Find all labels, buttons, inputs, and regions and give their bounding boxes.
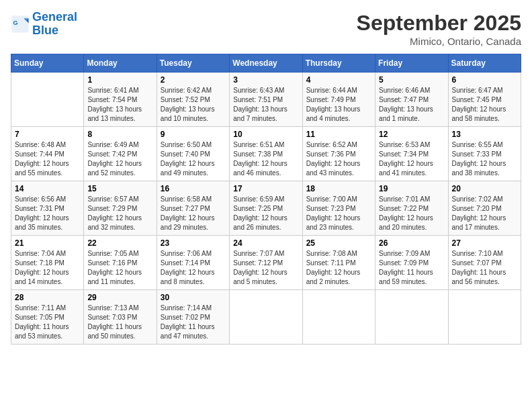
weekday-header-saturday: Saturday [448, 54, 521, 73]
calendar-cell: 25Sunrise: 7:08 AM Sunset: 7:11 PM Dayli… [302, 236, 375, 290]
calendar-cell: 9Sunrise: 6:50 AM Sunset: 7:40 PM Daylig… [157, 127, 229, 181]
day-info: Sunrise: 7:04 AM Sunset: 7:18 PM Dayligh… [15, 249, 80, 287]
month-title: September 2025 [357, 11, 521, 36]
day-info: Sunrise: 7:06 AM Sunset: 7:14 PM Dayligh… [161, 249, 226, 287]
day-number: 15 [87, 184, 152, 193]
calendar-cell: 7Sunrise: 6:48 AM Sunset: 7:44 PM Daylig… [11, 127, 84, 181]
day-info: Sunrise: 7:01 AM Sunset: 7:22 PM Dayligh… [379, 195, 444, 232]
day-info: Sunrise: 6:47 AM Sunset: 7:45 PM Dayligh… [452, 86, 517, 124]
calendar-cell: 18Sunrise: 7:00 AM Sunset: 7:23 PM Dayli… [302, 181, 375, 236]
calendar-cell: 16Sunrise: 6:58 AM Sunset: 7:27 PM Dayli… [157, 181, 229, 236]
calendar-cell: 10Sunrise: 6:51 AM Sunset: 7:38 PM Dayli… [230, 127, 302, 181]
day-number: 8 [87, 130, 152, 139]
calendar-cell [375, 290, 448, 345]
calendar-cell: 2Sunrise: 6:42 AM Sunset: 7:52 PM Daylig… [157, 73, 229, 127]
calendar-cell: 3Sunrise: 6:43 AM Sunset: 7:51 PM Daylig… [230, 73, 302, 127]
day-number: 27 [452, 238, 517, 248]
day-info: Sunrise: 7:13 AM Sunset: 7:03 PM Dayligh… [87, 304, 152, 341]
day-info: Sunrise: 6:41 AM Sunset: 7:54 PM Dayligh… [87, 86, 152, 124]
calendar-cell: 6Sunrise: 6:47 AM Sunset: 7:45 PM Daylig… [448, 73, 521, 127]
day-number: 11 [306, 130, 371, 139]
day-number: 19 [379, 184, 444, 193]
calendar-cell: 23Sunrise: 7:06 AM Sunset: 7:14 PM Dayli… [157, 236, 229, 290]
day-info: Sunrise: 6:57 AM Sunset: 7:29 PM Dayligh… [87, 195, 152, 232]
day-info: Sunrise: 7:14 AM Sunset: 7:02 PM Dayligh… [161, 304, 226, 341]
calendar-week-1: 1Sunrise: 6:41 AM Sunset: 7:54 PM Daylig… [11, 73, 521, 127]
calendar-cell: 22Sunrise: 7:05 AM Sunset: 7:16 PM Dayli… [84, 236, 157, 290]
page-header: G General Blue September 2025 Mimico, On… [11, 11, 521, 47]
calendar-cell: 19Sunrise: 7:01 AM Sunset: 7:22 PM Dayli… [375, 181, 448, 236]
day-number: 29 [87, 293, 152, 302]
day-info: Sunrise: 6:59 AM Sunset: 7:25 PM Dayligh… [233, 195, 298, 232]
day-info: Sunrise: 7:09 AM Sunset: 7:09 PM Dayligh… [379, 249, 444, 287]
day-info: Sunrise: 6:46 AM Sunset: 7:47 PM Dayligh… [379, 86, 444, 124]
calendar-cell: 4Sunrise: 6:44 AM Sunset: 7:49 PM Daylig… [302, 73, 375, 127]
day-number: 21 [15, 238, 80, 248]
day-info: Sunrise: 6:52 AM Sunset: 7:36 PM Dayligh… [306, 140, 371, 178]
day-info: Sunrise: 6:42 AM Sunset: 7:52 PM Dayligh… [161, 86, 226, 124]
logo-line2: Blue [32, 24, 58, 37]
logo-icon: G [11, 15, 30, 34]
logo-line1: General [32, 10, 77, 24]
day-number: 20 [452, 184, 517, 193]
day-info: Sunrise: 7:05 AM Sunset: 7:16 PM Dayligh… [87, 249, 152, 287]
calendar-cell [11, 73, 84, 127]
day-number: 18 [306, 184, 371, 193]
day-info: Sunrise: 6:44 AM Sunset: 7:49 PM Dayligh… [306, 86, 371, 124]
calendar-cell: 17Sunrise: 6:59 AM Sunset: 7:25 PM Dayli… [230, 181, 302, 236]
day-number: 26 [379, 238, 444, 248]
calendar-cell: 28Sunrise: 7:11 AM Sunset: 7:05 PM Dayli… [11, 290, 84, 345]
logo-text: General Blue [32, 11, 77, 38]
weekday-header-row: SundayMondayTuesdayWednesdayThursdayFrid… [11, 54, 521, 73]
day-number: 12 [379, 130, 444, 139]
calendar-cell: 24Sunrise: 7:07 AM Sunset: 7:12 PM Dayli… [230, 236, 302, 290]
calendar-cell [448, 290, 521, 345]
weekday-header-thursday: Thursday [302, 54, 375, 73]
weekday-header-sunday: Sunday [11, 54, 84, 73]
day-number: 14 [15, 184, 80, 193]
calendar-cell: 1Sunrise: 6:41 AM Sunset: 7:54 PM Daylig… [84, 73, 157, 127]
weekday-header-tuesday: Tuesday [157, 54, 229, 73]
day-info: Sunrise: 7:08 AM Sunset: 7:11 PM Dayligh… [306, 249, 371, 287]
day-info: Sunrise: 6:53 AM Sunset: 7:34 PM Dayligh… [379, 140, 444, 178]
calendar-cell: 30Sunrise: 7:14 AM Sunset: 7:02 PM Dayli… [157, 290, 229, 345]
day-info: Sunrise: 6:43 AM Sunset: 7:51 PM Dayligh… [233, 86, 298, 124]
day-number: 13 [452, 130, 517, 139]
day-info: Sunrise: 7:00 AM Sunset: 7:23 PM Dayligh… [306, 195, 371, 232]
day-info: Sunrise: 6:48 AM Sunset: 7:44 PM Dayligh… [15, 140, 80, 178]
day-number: 25 [306, 238, 371, 248]
day-number: 5 [379, 75, 444, 85]
day-number: 4 [306, 75, 371, 85]
calendar-cell: 8Sunrise: 6:49 AM Sunset: 7:42 PM Daylig… [84, 127, 157, 181]
calendar-cell: 11Sunrise: 6:52 AM Sunset: 7:36 PM Dayli… [302, 127, 375, 181]
calendar-cell: 27Sunrise: 7:10 AM Sunset: 7:07 PM Dayli… [448, 236, 521, 290]
weekday-header-friday: Friday [375, 54, 448, 73]
calendar-cell: 15Sunrise: 6:57 AM Sunset: 7:29 PM Dayli… [84, 181, 157, 236]
calendar-week-3: 14Sunrise: 6:56 AM Sunset: 7:31 PM Dayli… [11, 181, 521, 236]
day-number: 30 [161, 293, 226, 302]
calendar-cell [302, 290, 375, 345]
day-number: 7 [15, 130, 80, 139]
calendar-body: 1Sunrise: 6:41 AM Sunset: 7:54 PM Daylig… [11, 73, 521, 345]
day-number: 10 [233, 130, 298, 139]
title-block: September 2025 Mimico, Ontario, Canada [357, 11, 521, 47]
weekday-header-monday: Monday [84, 54, 157, 73]
calendar-week-2: 7Sunrise: 6:48 AM Sunset: 7:44 PM Daylig… [11, 127, 521, 181]
calendar-cell [230, 290, 302, 345]
day-number: 28 [15, 293, 80, 302]
calendar-cell: 29Sunrise: 7:13 AM Sunset: 7:03 PM Dayli… [84, 290, 157, 345]
svg-text:G: G [13, 19, 18, 26]
day-info: Sunrise: 6:56 AM Sunset: 7:31 PM Dayligh… [15, 195, 80, 232]
calendar-cell: 21Sunrise: 7:04 AM Sunset: 7:18 PM Dayli… [11, 236, 84, 290]
day-info: Sunrise: 6:50 AM Sunset: 7:40 PM Dayligh… [161, 140, 226, 178]
day-number: 1 [87, 75, 152, 85]
day-number: 24 [233, 238, 298, 248]
day-info: Sunrise: 7:10 AM Sunset: 7:07 PM Dayligh… [452, 249, 517, 287]
calendar-week-4: 21Sunrise: 7:04 AM Sunset: 7:18 PM Dayli… [11, 236, 521, 290]
day-info: Sunrise: 6:49 AM Sunset: 7:42 PM Dayligh… [87, 140, 152, 178]
calendar-cell: 20Sunrise: 7:02 AM Sunset: 7:20 PM Dayli… [448, 181, 521, 236]
day-info: Sunrise: 7:02 AM Sunset: 7:20 PM Dayligh… [452, 195, 517, 232]
day-info: Sunrise: 6:51 AM Sunset: 7:38 PM Dayligh… [233, 140, 298, 178]
calendar-cell: 5Sunrise: 6:46 AM Sunset: 7:47 PM Daylig… [375, 73, 448, 127]
calendar-cell: 26Sunrise: 7:09 AM Sunset: 7:09 PM Dayli… [375, 236, 448, 290]
